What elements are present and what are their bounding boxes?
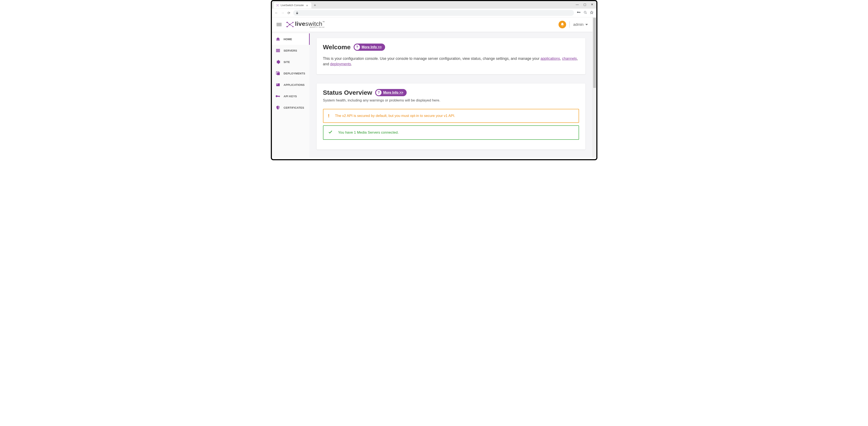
hamburger-menu-icon[interactable] — [277, 22, 282, 27]
svg-point-4 — [577, 11, 578, 13]
logo-mark-icon — [286, 21, 294, 28]
svg-point-21 — [276, 95, 278, 97]
deployments-icon — [276, 71, 280, 76]
sidebar-item-label: APPLICATIONS — [284, 83, 305, 86]
help-icon: ? — [376, 90, 381, 95]
sidebar-item-label: CERTIFICATES — [284, 106, 304, 109]
tab-title: LiveSwitch Console — [281, 4, 304, 7]
user-label: admin — [573, 22, 584, 27]
status-overview-card: Status Overview ? More Info >> System he… — [317, 84, 585, 149]
svg-rect-18 — [277, 72, 280, 75]
svg-rect-6 — [580, 12, 580, 13]
tab-close-icon[interactable]: × — [306, 4, 309, 7]
status-alert-ok: You have 1 Media Servers connected. — [323, 125, 579, 140]
tab-favicon-icon — [276, 4, 279, 7]
main-content: Welcome ? More Info >> This is your conf… — [309, 32, 593, 158]
welcome-sep1: , — [560, 56, 562, 61]
help-icon: ? — [354, 45, 360, 50]
servers-icon — [276, 48, 280, 53]
home-icon — [276, 37, 280, 41]
sidebar-item-label: API KEYS — [284, 95, 297, 98]
window-maximize-icon[interactable]: ▢ — [584, 3, 586, 6]
browser-tab[interactable]: LiveSwitch Console × — [274, 2, 311, 8]
sidebar-item-site[interactable]: SITE — [272, 56, 309, 68]
svg-point-7 — [584, 11, 586, 13]
logo[interactable]: liveswitch™ WebRTC Server — [286, 21, 325, 28]
welcome-text-prefix: This is your configuration console. Use … — [323, 56, 540, 61]
shield-icon — [276, 105, 280, 110]
link-deployments[interactable]: deployments — [330, 62, 351, 66]
browser-chrome: LiveSwitch Console × + — ▢ ✕ ← → ⟳ — [272, 1, 596, 17]
password-key-icon[interactable] — [577, 11, 581, 15]
alert-text: The v2 API is secured by default, but yo… — [335, 114, 455, 118]
window-minimize-icon[interactable]: — — [576, 3, 579, 6]
gear-icon — [276, 60, 280, 64]
sidebar-item-api-keys[interactable]: API KEYS — [272, 90, 309, 102]
svg-marker-9 — [590, 11, 593, 14]
app-header: liveswitch™ WebRTC Server admin — [272, 17, 593, 32]
sidebar-item-label: HOME — [284, 38, 292, 41]
lock-icon — [296, 11, 299, 15]
browser-address-bar: ← → ⟳ — [272, 9, 596, 17]
sidebar-item-label: DEPLOYMENTS — [284, 72, 305, 75]
more-info-label: More Info >> — [362, 45, 382, 49]
svg-rect-15 — [276, 50, 280, 51]
url-field[interactable] — [293, 10, 574, 16]
status-description: System health, including any warnings or… — [323, 98, 579, 103]
zoom-icon[interactable] — [584, 11, 587, 15]
window-close-icon[interactable]: ✕ — [591, 3, 593, 6]
bell-icon — [560, 22, 564, 27]
welcome-more-info-button[interactable]: ? More Info >> — [353, 44, 385, 51]
nav-forward-icon[interactable]: → — [281, 11, 284, 15]
browser-tab-bar: LiveSwitch Console × + — [272, 1, 596, 9]
svg-rect-14 — [276, 49, 280, 50]
svg-line-8 — [586, 13, 587, 14]
welcome-suffix: . — [351, 62, 352, 66]
sidebar-item-deployments[interactable]: DEPLOYMENTS — [272, 68, 309, 79]
check-icon — [328, 130, 333, 136]
sidebar-item-certificates[interactable]: CERTIFICATES — [272, 102, 309, 113]
sidebar-item-applications[interactable]: APPLICATIONS — [272, 79, 309, 90]
chevron-down-icon — [585, 24, 588, 25]
user-menu[interactable]: admin — [573, 22, 588, 27]
logo-text-bold: live — [295, 21, 306, 27]
welcome-card: Welcome ? More Info >> This is your conf… — [317, 38, 585, 74]
new-tab-button[interactable]: + — [314, 3, 316, 8]
svg-point-11 — [286, 26, 288, 27]
svg-rect-16 — [276, 51, 280, 52]
notifications-button[interactable] — [559, 21, 566, 28]
svg-rect-24 — [278, 96, 279, 97]
sidebar-item-label: SITE — [284, 60, 290, 64]
scrollbar-thumb[interactable] — [593, 18, 596, 88]
applications-icon — [276, 82, 280, 87]
svg-rect-20 — [277, 84, 278, 84]
status-alert-warning: ! The v2 API is secured by default, but … — [323, 109, 579, 123]
window-controls: — ▢ ✕ — [576, 3, 593, 6]
link-channels[interactable]: channels — [562, 56, 577, 61]
header-divider — [569, 21, 570, 28]
more-info-label: More Info >> — [383, 91, 403, 94]
nav-reload-icon[interactable]: ⟳ — [287, 11, 290, 15]
sidebar: HOME SERVERS SITE DEPLOYMENTS — [272, 32, 309, 158]
bookmark-star-icon[interactable] — [590, 11, 593, 15]
svg-rect-23 — [279, 96, 279, 97]
key-icon — [276, 94, 280, 98]
svg-point-10 — [286, 22, 288, 23]
sidebar-item-label: SERVERS — [284, 49, 297, 52]
link-applications[interactable]: applications — [540, 56, 560, 61]
alert-text: You have 1 Media Servers connected. — [338, 131, 399, 135]
warning-icon: ! — [328, 113, 330, 119]
status-more-info-button[interactable]: ? More Info >> — [375, 89, 407, 96]
sidebar-item-home[interactable]: HOME — [272, 33, 309, 45]
nav-back-icon[interactable]: ← — [275, 11, 278, 15]
status-title: Status Overview — [323, 89, 372, 96]
welcome-description: This is your configuration console. Use … — [323, 56, 579, 67]
welcome-title: Welcome — [323, 44, 351, 51]
vertical-scrollbar[interactable] — [593, 17, 596, 158]
sidebar-item-servers[interactable]: SERVERS — [272, 45, 309, 56]
